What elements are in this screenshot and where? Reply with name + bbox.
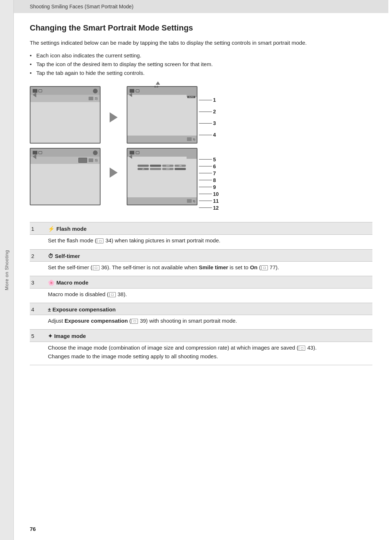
cam-bottom-bar-tr: 3): [127, 136, 197, 143]
num-line-6: [199, 166, 212, 166]
settings-desc-5: Choose the image mode (combination of im…: [30, 342, 372, 365]
cam-val-icon-br: [187, 199, 192, 203]
ref-box-39: □: [131, 319, 138, 324]
num-line-11: [199, 201, 212, 201]
cam-left-arrow-icon: [33, 92, 36, 97]
settings-row-3-desc: Macro mode is disabled (□ 38).: [30, 288, 372, 303]
page-number: 76: [30, 526, 36, 532]
diagram-left-column: 3): [30, 86, 101, 205]
num-line-8: [199, 180, 212, 180]
self-timer-label: Self-timer: [55, 253, 80, 259]
num-text-9: 9: [213, 184, 216, 190]
num-line-10: [199, 194, 212, 194]
cam-icon-mode-tr: [130, 89, 134, 93]
header-bar: Shooting Smiling Faces (Smart Portrait M…: [14, 0, 388, 13]
top-right-wrapper: AUTO 0.0: [127, 86, 219, 144]
grid-icon-8: [175, 168, 186, 170]
cam-bottom-icon-2: [78, 158, 87, 163]
num-item-11: 11: [199, 197, 219, 204]
num-text-12: 12: [213, 205, 219, 211]
smile-timer-label: Smile timer: [199, 264, 228, 270]
grid-icon-2: [150, 165, 161, 167]
num-text-5: 5: [213, 157, 216, 162]
num-labels-bottom: 5 6 7 8: [199, 156, 219, 211]
settings-row-4-desc: Adjust Exposure compensation (□ 39) with…: [30, 315, 372, 330]
num-item-5: 5: [199, 156, 219, 163]
num-line-1: [199, 100, 212, 100]
settings-desc-1: Set the flash mode (□ 34) when taking pi…: [30, 235, 372, 249]
settings-desc-4: Adjust Exposure compensation (□ 39) with…: [30, 315, 372, 330]
tab-strip-br: [187, 157, 197, 159]
num-text-6: 6: [213, 164, 216, 169]
settings-row-2-header: 2 ⏱ Self-timer: [30, 249, 372, 261]
ref-box-34: □: [97, 238, 103, 243]
arrow-right-icon-bottom: [110, 168, 118, 178]
header-text: Shooting Smiling Faces (Smart Portrait M…: [30, 4, 134, 9]
flash-label: Flash mode: [56, 226, 86, 232]
cam-bottom-bar-tl: 3): [30, 95, 100, 102]
grid-icon-4: ON: [175, 165, 186, 167]
sidebar-label: More on Shooting: [4, 250, 9, 290]
num-item-2: 2: [199, 106, 216, 117]
sidebar: More on Shooting: [0, 0, 14, 540]
arrow-right-icon-top: [110, 112, 118, 122]
exposure-icon: ±: [48, 306, 51, 313]
intro-text: The settings indicated below can be made…: [30, 39, 372, 47]
cam-icon-battery-tr: [136, 89, 139, 92]
settings-row-1-header: 1 ⚡ Flash mode: [30, 222, 372, 235]
exposure-label: Exposure compensation: [52, 306, 115, 313]
cam-icon-wifi-bl: [93, 150, 98, 155]
num-item-9: 9: [199, 184, 219, 190]
macro-label: Macro mode: [56, 279, 88, 286]
ref-box-43: □: [299, 346, 305, 351]
num-item-1: 1: [199, 94, 216, 106]
num-line-9: [199, 187, 212, 187]
ref-box-77: □: [261, 265, 268, 270]
settings-num-3: 3: [30, 276, 46, 288]
macro-icon: 🌸: [48, 279, 55, 286]
grid-icon-7: OFF: [162, 168, 173, 170]
diagram-right-column: AUTO 0.0: [127, 86, 219, 211]
cam-num-text-tr: 3): [193, 138, 195, 141]
num-line-3: [199, 123, 212, 124]
settings-table: 1 ⚡ Flash mode Set the flash mode (□ 34)…: [30, 222, 372, 365]
on-text: On: [250, 264, 258, 270]
main-content: Shooting Smiling Faces (Smart Portrait M…: [14, 0, 392, 540]
cam-icon-battery-bl: [38, 151, 42, 154]
num-line-4: [199, 135, 212, 135]
settings-num-4: 4: [30, 303, 46, 315]
num-text-3: 3: [213, 120, 216, 126]
camera-screen-top-right: AUTO 0.0: [127, 86, 197, 144]
camera-screen-top-left: 3): [30, 86, 101, 144]
num-item-10: 10: [199, 190, 219, 197]
num-item-6: 6: [199, 163, 219, 170]
bullet-list: Each icon also indicates the current set…: [30, 51, 372, 77]
num-item-8: 8: [199, 177, 219, 184]
tab-icon-auto: AUTO: [187, 96, 195, 98]
settings-num-2: 2: [30, 249, 46, 261]
settings-row-5-header: 5 ✦ Image mode: [30, 330, 372, 342]
cam-left-arrow-icon-bl: [33, 154, 36, 159]
cam-bottom-bar-br: 3): [127, 197, 197, 205]
num-line-12: [199, 207, 212, 208]
cam-icon-battery-br: [136, 151, 139, 154]
num-line-7: [199, 173, 212, 173]
num-line-2: [199, 112, 212, 112]
num-item-4: 4: [199, 129, 216, 141]
grid-icon-1: [138, 165, 149, 167]
cam-icon-battery: [38, 89, 42, 92]
page-title: Changing the Smart Portrait Mode Setting…: [30, 23, 372, 33]
num-line-5: [199, 159, 212, 160]
cam-bottom-text-bl: 3): [95, 158, 98, 162]
cam-arr-left-br: [129, 154, 132, 159]
bottom-right-wrapper: OFF ON VA OFF: [127, 148, 219, 211]
num-labels-top: 1 2 3 4: [199, 94, 216, 144]
ref-box-36: □: [93, 265, 99, 270]
image-mode-icon: ✦: [48, 333, 53, 339]
num-text-2: 2: [213, 109, 216, 114]
cam-tri-up-icon: [156, 81, 160, 85]
settings-label-4: ± Exposure compensation: [46, 303, 372, 315]
camera-screen-bottom-right: OFF ON VA OFF: [127, 148, 197, 205]
grid-icon-3: OFF: [162, 165, 173, 167]
num-item-7: 7: [199, 170, 219, 177]
